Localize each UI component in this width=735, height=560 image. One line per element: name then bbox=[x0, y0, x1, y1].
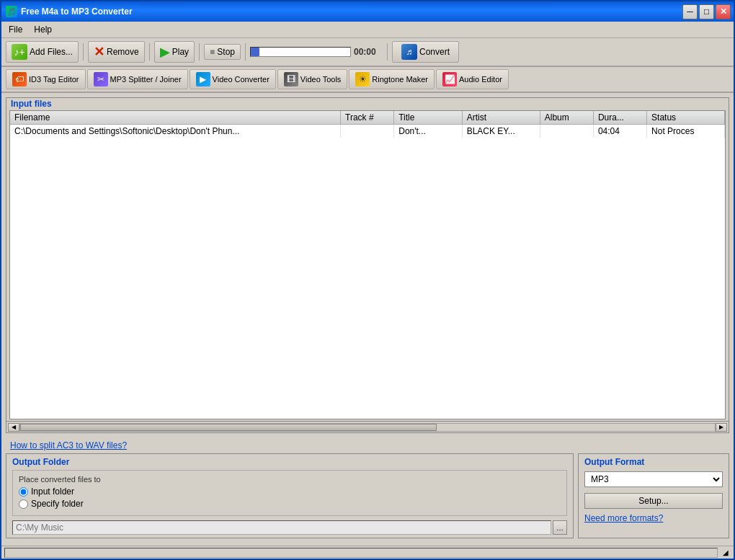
table-cell: C:\Documents and Settings\Softonic\Deskt… bbox=[10, 125, 341, 138]
table-cell: 04:04 bbox=[593, 125, 646, 138]
resize-grip: ◢ bbox=[721, 548, 731, 558]
place-converted-label: Place converted files to bbox=[19, 475, 561, 484]
radio-input-folder-row: Input folder bbox=[19, 486, 561, 497]
table-cell: Not Proces bbox=[647, 125, 725, 138]
radio-input-folder-label: Input folder bbox=[31, 486, 74, 497]
splitter-icon: ✂ bbox=[94, 72, 108, 86]
radio-input-folder[interactable] bbox=[19, 487, 28, 497]
vidtools-icon: 🎞 bbox=[284, 72, 298, 86]
main-content: Input files Filename Track # Title Artis… bbox=[1, 93, 734, 546]
window-title: Free M4a to MP3 Converter bbox=[21, 6, 133, 17]
ringtone-icon: ☀ bbox=[355, 72, 370, 86]
col-artist[interactable]: Artist bbox=[462, 111, 540, 125]
place-group: Place converted files to Input folder Sp… bbox=[12, 470, 567, 516]
window-body: File Help ♪+ Add Files... ✕ Remove ▶ Pla… bbox=[1, 22, 734, 559]
stop-label: Stop bbox=[217, 47, 235, 57]
radio-specify-folder-row: Specify folder bbox=[19, 499, 561, 509]
play-button[interactable]: ▶ Play bbox=[154, 41, 195, 63]
format-select-row: MP3 WAV OGG FLAC AAC WMA bbox=[584, 471, 723, 487]
add-files-button[interactable]: ♪+ Add Files... bbox=[6, 41, 79, 63]
add-files-label: Add Files... bbox=[30, 47, 73, 57]
toolbar-separator-3 bbox=[199, 43, 200, 61]
title-bar: 🎵 Free M4a to MP3 Converter ─ □ ✕ bbox=[1, 1, 734, 22]
video-label: Video Converter bbox=[213, 75, 270, 84]
id3-icon: 🏷 bbox=[12, 72, 27, 86]
radio-specify-folder[interactable] bbox=[19, 499, 28, 509]
remove-label: Remove bbox=[107, 47, 139, 57]
splitter-label: MP3 Splitter / Joiner bbox=[110, 75, 182, 84]
toolbar: ♪+ Add Files... ✕ Remove ▶ Play ■ Stop bbox=[1, 38, 734, 67]
output-folder-box: Output Folder Place converted files to I… bbox=[6, 453, 574, 538]
path-input[interactable] bbox=[12, 520, 551, 535]
close-button[interactable]: ✕ bbox=[716, 4, 731, 19]
col-title[interactable]: Title bbox=[394, 111, 462, 125]
play-label: Play bbox=[172, 47, 189, 57]
mp3-splitter-button[interactable]: ✂ MP3 Splitter / Joiner bbox=[87, 69, 188, 89]
output-format-label: Output Format bbox=[584, 457, 723, 467]
col-track[interactable]: Track # bbox=[341, 111, 394, 125]
col-status[interactable]: Status bbox=[647, 111, 725, 125]
maximize-button[interactable]: □ bbox=[699, 4, 714, 19]
video-tools-button[interactable]: 🎞 Video Tools bbox=[277, 69, 347, 89]
scrollbar-thumb bbox=[20, 424, 437, 431]
toolbar-separator-1 bbox=[83, 43, 84, 61]
time-display: 00:00 bbox=[354, 47, 383, 57]
toolbar-separator-2 bbox=[149, 43, 150, 61]
col-duration[interactable]: Dura... bbox=[593, 111, 646, 125]
status-panel bbox=[4, 548, 718, 558]
table-cell bbox=[540, 125, 593, 138]
col-filename[interactable]: Filename bbox=[10, 111, 341, 125]
stop-icon: ■ bbox=[210, 47, 215, 57]
tools-bar: 🏷 ID3 Tag Editor ✂ MP3 Splitter / Joiner… bbox=[1, 67, 734, 93]
table-row[interactable]: C:\Documents and Settings\Softonic\Deskt… bbox=[10, 125, 725, 138]
play-icon: ▶ bbox=[160, 44, 170, 60]
output-format-box: Output Format MP3 WAV OGG FLAC AAC WMA S… bbox=[578, 453, 729, 538]
progress-thumb bbox=[251, 48, 259, 56]
menu-file[interactable]: File bbox=[4, 23, 27, 36]
bottom-panels: Output Folder Place converted files to I… bbox=[6, 453, 729, 541]
convert-label: Convert bbox=[419, 47, 450, 57]
video-icon: ▶ bbox=[196, 72, 210, 86]
need-formats-link[interactable]: Need more formats? bbox=[584, 513, 723, 523]
scroll-left-arrow[interactable]: ◀ bbox=[8, 423, 19, 432]
table-cell: BLACK EY... bbox=[462, 125, 540, 138]
format-select[interactable]: MP3 WAV OGG FLAC AAC WMA bbox=[584, 471, 723, 487]
stop-button[interactable]: ■ Stop bbox=[204, 44, 241, 60]
audio-icon: 📈 bbox=[442, 72, 457, 86]
audio-editor-button[interactable]: 📈 Audio Editor bbox=[436, 69, 509, 89]
vidtools-label: Video Tools bbox=[300, 75, 341, 84]
table-cell bbox=[341, 125, 394, 138]
id3-tag-editor-button[interactable]: 🏷 ID3 Tag Editor bbox=[6, 69, 86, 89]
toolbar-separator-5 bbox=[387, 43, 388, 61]
input-files-group: Input files Filename Track # Title Artis… bbox=[6, 97, 729, 433]
file-table-wrapper[interactable]: Filename Track # Title Artist Album Dura… bbox=[9, 110, 726, 419]
col-album[interactable]: Album bbox=[540, 111, 593, 125]
scroll-right-arrow[interactable]: ▶ bbox=[716, 423, 727, 432]
setup-button[interactable]: Setup... bbox=[584, 493, 723, 509]
scrollbar-horizontal[interactable]: ◀ ▶ bbox=[6, 421, 729, 432]
minimize-button[interactable]: ─ bbox=[682, 4, 698, 19]
progress-track[interactable] bbox=[250, 47, 351, 57]
radio-specify-folder-label: Specify folder bbox=[31, 499, 84, 509]
menu-help[interactable]: Help bbox=[30, 23, 56, 36]
path-browse-button[interactable]: … bbox=[553, 520, 567, 535]
status-bar: ◢ bbox=[1, 546, 734, 559]
scrollbar-track[interactable] bbox=[19, 423, 716, 432]
video-converter-button[interactable]: ▶ Video Converter bbox=[190, 69, 276, 89]
add-files-icon: ♪+ bbox=[12, 44, 27, 60]
convert-button[interactable]: ♬ Convert bbox=[392, 41, 459, 63]
id3-label: ID3 Tag Editor bbox=[29, 75, 79, 84]
help-link[interactable]: How to split AC3 to WAV files? bbox=[6, 437, 729, 453]
input-files-label: Input files bbox=[6, 97, 729, 109]
toolbar-separator-4 bbox=[245, 43, 246, 61]
menu-bar: File Help bbox=[1, 22, 734, 38]
app-icon: 🎵 bbox=[6, 6, 17, 17]
title-bar-left: 🎵 Free M4a to MP3 Converter bbox=[6, 6, 133, 17]
remove-button[interactable]: ✕ Remove bbox=[88, 41, 145, 63]
audio-editor-label: Audio Editor bbox=[459, 75, 502, 84]
ringtone-maker-button[interactable]: ☀ Ringtone Maker bbox=[349, 69, 435, 89]
remove-icon: ✕ bbox=[94, 44, 104, 60]
table-cell: Don't... bbox=[394, 125, 462, 138]
main-window: 🎵 Free M4a to MP3 Converter ─ □ ✕ File H… bbox=[0, 0, 735, 560]
file-table: Filename Track # Title Artist Album Dura… bbox=[10, 111, 725, 138]
